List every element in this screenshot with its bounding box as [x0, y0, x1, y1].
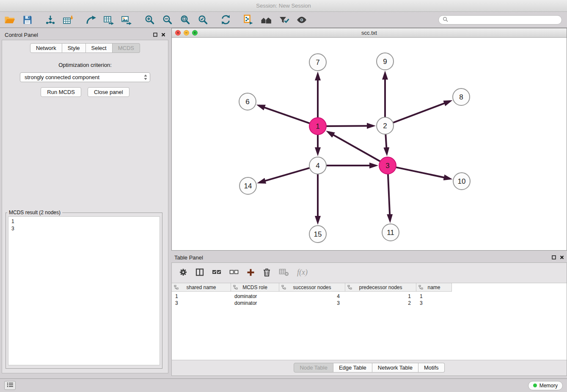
tab-network-table[interactable]: Network Table	[372, 363, 418, 373]
tab-edge-table[interactable]: Edge Table	[333, 363, 372, 373]
mcds-result-item[interactable]: 1	[11, 218, 157, 225]
node-14[interactable]: 14	[239, 177, 256, 194]
table-cell-predecessor-nodes: 2	[345, 300, 416, 306]
node-15[interactable]: 15	[309, 226, 326, 243]
tab-motifs[interactable]: Motifs	[418, 363, 445, 373]
tab-style[interactable]: Style	[62, 43, 86, 53]
edge-3-11[interactable]	[388, 174, 390, 221]
node-3[interactable]: 3	[379, 157, 396, 174]
control-panel-float-icon[interactable]	[153, 33, 157, 37]
control-panel-close-icon[interactable]	[161, 33, 165, 37]
window-zoom-icon[interactable]: +	[192, 30, 198, 36]
edge-3-1[interactable]	[328, 132, 380, 162]
zoom-fit-icon[interactable]	[179, 14, 191, 26]
node-8[interactable]: 8	[453, 88, 470, 105]
run-mcds-button[interactable]: Run MCDS	[41, 87, 81, 97]
toolbar-group-layout	[219, 14, 232, 26]
column-visibility-icon[interactable]	[195, 268, 204, 276]
import-table-icon[interactable]	[62, 14, 74, 26]
column-header-shared-name[interactable]: shared name	[172, 283, 231, 292]
search-icon	[443, 16, 448, 24]
edge-3-10[interactable]	[396, 167, 450, 179]
table-row[interactable]: 1dominator411	[172, 293, 567, 300]
node-4[interactable]: 4	[309, 157, 326, 174]
toolbar-group-export	[85, 14, 133, 26]
export-table-icon[interactable]	[102, 14, 115, 26]
edge-4-14[interactable]	[259, 168, 310, 183]
tab-network[interactable]: Network	[30, 43, 62, 53]
node-6[interactable]: 6	[239, 93, 256, 110]
window-titlebar[interactable]: Session: New Session	[0, 0, 567, 12]
delete-column-icon[interactable]	[263, 268, 271, 277]
edge-1-6[interactable]	[259, 105, 310, 123]
edge-2-8[interactable]	[393, 101, 450, 123]
mcds-result-list[interactable]: 13	[8, 216, 160, 365]
column-header-mcds-role[interactable]: MCDS role	[231, 283, 279, 292]
table-panel-float-icon[interactable]	[552, 255, 556, 259]
add-column-icon[interactable]	[247, 268, 255, 276]
node-10[interactable]: 10	[453, 173, 470, 190]
toolbar-group-zoom	[143, 14, 209, 26]
tab-node-table[interactable]: Node Table	[294, 363, 333, 373]
network-from-selection-icon[interactable]	[242, 14, 255, 26]
select-all-columns-icon[interactable]	[212, 268, 221, 276]
control-panel: Control Panel NetworkStyleSelectMCDS Opt…	[2, 30, 168, 373]
node-2[interactable]: 2	[377, 117, 394, 134]
zoom-selected-icon[interactable]	[196, 14, 209, 26]
column-header-predecessor-nodes[interactable]: predecessor nodes	[345, 283, 416, 292]
edge-1-2[interactable]	[326, 126, 373, 126]
table-row[interactable]: 3dominator323	[172, 300, 567, 306]
mcds-result-item[interactable]: 3	[11, 225, 157, 232]
network-canvas[interactable]: 7968124314101511	[172, 38, 567, 250]
control-panel-tabs: NetworkStyleSelectMCDS	[2, 43, 168, 53]
save-session-icon[interactable]	[21, 14, 34, 26]
tab-mcds[interactable]: MCDS	[113, 43, 140, 53]
window-minimize-icon[interactable]: −	[184, 30, 189, 36]
node-9[interactable]: 9	[377, 53, 394, 70]
apply-layout-icon[interactable]	[219, 14, 232, 26]
column-tree-icon	[347, 285, 352, 290]
search-input[interactable]	[450, 17, 558, 23]
node-11[interactable]: 11	[382, 224, 399, 241]
show-graphics-details-icon[interactable]	[295, 14, 308, 26]
zoom-out-icon[interactable]	[161, 14, 173, 26]
zoom-in-icon[interactable]	[143, 14, 156, 26]
table-panel-close-icon[interactable]	[560, 255, 564, 259]
node-1[interactable]: 1	[309, 118, 326, 135]
first-neighbors-icon[interactable]	[260, 14, 272, 26]
table-cell-shared-name: 3	[172, 300, 231, 306]
criterion-dropdown-value: strongly connected component	[25, 74, 99, 80]
gear-icon[interactable]	[179, 268, 187, 276]
edge-2-3[interactable]	[385, 134, 387, 154]
window-title: Session: New Session	[256, 3, 311, 9]
column-label: successor nodes	[293, 284, 331, 290]
optimization-criterion-label: Optimization criterion:	[2, 62, 168, 68]
table-panel-body: f(x) shared nameMCDS rolesuccessor nodes…	[171, 262, 567, 376]
column-label: name	[427, 284, 440, 290]
memory-button[interactable]: Memory	[528, 381, 563, 390]
import-network-icon[interactable]	[44, 14, 57, 26]
node-label: 14	[244, 182, 252, 190]
node-label: 2	[383, 122, 387, 130]
export-network-icon[interactable]	[85, 14, 97, 26]
function-builder-icon: f(x)	[297, 268, 308, 277]
node-label: 10	[458, 177, 466, 185]
memory-button-label: Memory	[539, 383, 558, 389]
open-file-icon[interactable]	[3, 14, 16, 26]
control-panel-title: Control Panel	[5, 32, 38, 38]
close-panel-button[interactable]: Close panel	[88, 87, 129, 97]
window-close-icon[interactable]: ×	[175, 30, 181, 36]
search-box[interactable]	[438, 15, 562, 25]
filter-icon[interactable]	[278, 14, 290, 26]
network-window-titlebar[interactable]: × − + scc.txt	[172, 28, 567, 38]
tab-select[interactable]: Select	[86, 43, 113, 53]
deselect-all-columns-icon[interactable]	[229, 268, 239, 276]
criterion-dropdown[interactable]: strongly connected component	[20, 72, 150, 82]
toolbar-group-file	[3, 14, 34, 26]
task-history-button[interactable]	[4, 381, 16, 390]
node-7[interactable]: 7	[309, 54, 326, 71]
column-header-name[interactable]: name	[416, 283, 452, 292]
column-header-successor-nodes[interactable]: successor nodes	[279, 283, 345, 292]
mcds-result-title: MCDS result (2 nodes)	[7, 210, 62, 215]
export-image-icon[interactable]	[120, 14, 133, 26]
